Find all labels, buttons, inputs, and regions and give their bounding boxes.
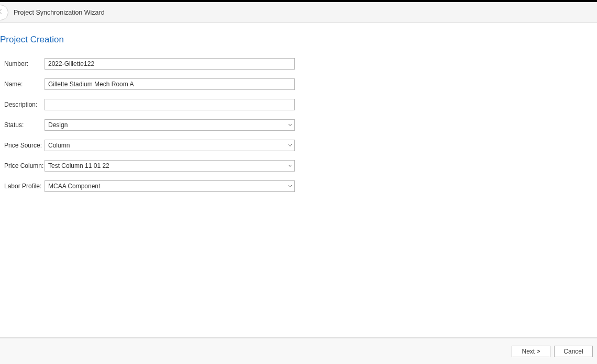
window-title: Project Synchronization Wizard — [14, 9, 105, 16]
content-area: Project Creation Number: Name: Descripti… — [0, 23, 597, 338]
page-heading: Project Creation — [0, 35, 597, 45]
dropdown-price-source-value: Column — [48, 142, 70, 149]
row-description: Description: — [4, 98, 597, 111]
row-price-column: Price Column: Test Column 11 01 22 — [4, 160, 597, 172]
label-number: Number: — [4, 60, 45, 67]
chevron-down-icon — [288, 123, 292, 127]
label-labor-profile: Labor Profile: — [4, 183, 45, 190]
project-creation-form: Number: Name: Description: Status: Desig… — [0, 58, 597, 192]
title-bar: Project Synchronization Wizard — [0, 2, 597, 23]
chevron-down-icon — [288, 185, 292, 188]
row-number: Number: — [4, 58, 597, 70]
dropdown-price-column-value: Test Column 11 01 22 — [48, 162, 109, 169]
label-description: Description: — [4, 101, 45, 108]
wizard-footer: Next > Cancel — [0, 338, 597, 364]
next-button[interactable]: Next > — [512, 346, 550, 357]
label-status: Status: — [4, 121, 45, 129]
dropdown-price-source[interactable]: Column — [45, 140, 295, 151]
row-name: Name: — [4, 78, 597, 90]
cancel-button[interactable]: Cancel — [554, 346, 593, 357]
row-status: Status: Design — [4, 119, 597, 131]
arrow-left-icon — [0, 8, 4, 17]
dropdown-status-value: Design — [48, 121, 68, 129]
label-price-source: Price Source: — [4, 142, 45, 149]
input-name[interactable] — [45, 78, 295, 90]
label-price-column: Price Column: — [4, 162, 45, 169]
row-price-source: Price Source: Column — [4, 139, 597, 152]
back-button[interactable] — [0, 5, 8, 20]
input-description[interactable] — [45, 99, 295, 110]
dropdown-status[interactable]: Design — [45, 119, 295, 131]
chevron-down-icon — [288, 164, 292, 167]
label-name: Name: — [4, 81, 45, 88]
chevron-down-icon — [288, 144, 292, 147]
dropdown-labor-profile-value: MCAA Component — [48, 183, 100, 190]
dropdown-labor-profile[interactable]: MCAA Component — [45, 180, 295, 192]
input-number[interactable] — [45, 58, 295, 70]
row-labor-profile: Labor Profile: MCAA Component — [4, 180, 597, 192]
dropdown-price-column[interactable]: Test Column 11 01 22 — [45, 160, 295, 172]
